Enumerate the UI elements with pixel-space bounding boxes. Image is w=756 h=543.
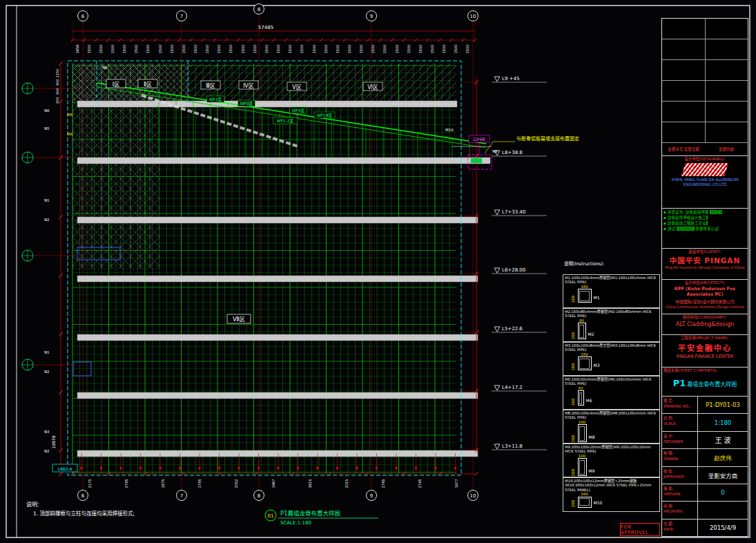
level-label: L8+38.8: [502, 150, 523, 155]
zone-label: Ⅲ区: [206, 83, 215, 89]
dim-top: 1500: [418, 44, 423, 53]
wp-label: WP1-2区: [277, 119, 294, 123]
dim-top: 1500: [110, 44, 115, 53]
grid-bubble-label: 7: [180, 493, 183, 499]
schedule-item-M3: M3:160x160x8mm厚方管(M3:160x160x8mm HICK ST…: [563, 342, 660, 376]
tube-section-icon: [578, 323, 586, 339]
dim-bottom: 2015: [345, 479, 349, 488]
sketch-dim-left: 160: [572, 363, 576, 371]
anchor-arrow: [139, 467, 142, 471]
schedule-item-label: M9:200x100x10mm厚钢管(M9:200x100x10mm HICK …: [565, 445, 658, 454]
info-rows: 图 号:DRAWING NO.: P1-DY01-03 比 例:SCALE: 1…: [662, 397, 748, 536]
client-brand: 中国平安 PINGAN: [663, 255, 746, 265]
cert-line: ▪建筑装饰甲级设计施工: [663, 215, 746, 220]
wp-label: WP4区: [292, 108, 305, 113]
schedule-item-M1: M1:160x160x4mm厚钢管(M1:160x160x4mm HICK ST…: [563, 274, 660, 308]
grid-bubble-label: 8: [258, 7, 260, 12]
level-symbol: [494, 385, 500, 390]
section-sketch: 16050M6: [572, 387, 658, 406]
drawing-scale: SCALE:1:180: [280, 520, 311, 526]
dim-left: 900: [55, 88, 59, 95]
dim-bottom: 1877: [454, 479, 458, 488]
cert-line: ▪通过 ISO9002 质量体系认证: [663, 226, 746, 231]
tube-section-icon: [578, 497, 592, 508]
scale-value: 1:180: [698, 414, 748, 430]
floor-slab: [77, 101, 457, 107]
cert-line: ▪建筑幕墙工程施工企业: [663, 220, 746, 226]
schedule-item-M6: M6:160x50x4mm厚钢管(M6:160x50x4mm HICK STEE…: [563, 376, 660, 410]
dim-top: 1500: [193, 44, 197, 53]
approval-stamp: FOR APPROVEL: [620, 523, 660, 536]
wp-label: WP2区: [209, 97, 222, 102]
drawing-title: P1幕墙龙骨布置大样图: [280, 510, 340, 517]
grid-bubble-label: 9: [370, 14, 373, 19]
certifications-section: ▪资质证书: 建筑幕墙甲级 16号9 ▪建筑装饰甲级设计施工 ▪建筑幕墙工程施工…: [662, 209, 748, 249]
anchor-arrow: [100, 467, 103, 471]
dim-bottom: 1675: [161, 479, 165, 488]
dim-top: 1500: [407, 44, 411, 53]
anchor-arrow: [297, 467, 300, 471]
schedule-item-label: M2:160x80x4mm厚钢管(M2:160x80x4mm HICK STEE…: [565, 309, 658, 318]
anchor-arrow: [179, 467, 182, 471]
section-sketch: 200100M8: [572, 421, 658, 443]
anchor-arrow: [395, 467, 398, 471]
consultant-label: 顾问单位(CONSULTANT):: [663, 315, 746, 320]
row-scale: 比 例:SCALE: 1:180: [662, 414, 748, 431]
drawn-value: 赵庆伟: [698, 449, 748, 466]
drawing-no-value: P1-DY01-03: [698, 397, 748, 413]
dim-bottom: 2745: [418, 479, 422, 488]
dim-bottom: 2745: [124, 479, 128, 488]
anchor-arrow: [159, 467, 162, 471]
version-value: 0: [698, 484, 748, 501]
sketch-dim-left: 200: [572, 435, 576, 443]
section-sketch: 160160M3: [572, 353, 658, 371]
member-tag: M8: [67, 132, 73, 136]
revision-row: [662, 39, 748, 60]
yuanda-logo: [681, 163, 728, 176]
member-tag: M2: [588, 332, 594, 336]
sheet-name-label: 图纸名称(SHEET CONTENTS):: [663, 368, 746, 373]
revision-header-right: 变更内容: [705, 146, 748, 152]
member-tag: N8: [44, 108, 50, 113]
sketch-dim-left: 200: [572, 469, 576, 477]
dim-top: 1500: [241, 44, 245, 53]
designer-value: 王 波: [698, 432, 748, 448]
grid-bubble-label: 6: [81, 493, 85, 499]
dim-left: 1150: [55, 69, 59, 78]
floor-slab: [77, 450, 478, 457]
tube-section-icon: [578, 390, 584, 406]
highlight-box: [73, 362, 91, 376]
anchor-arrow: [356, 467, 358, 471]
wp-label: WP3区: [240, 102, 253, 106]
project-name-cn: 平安金融中心: [663, 342, 746, 353]
sheet-name-rest: 幕墙龙骨布置大样图: [687, 381, 737, 388]
member-tag: N1: [44, 350, 50, 354]
schedule-item-label: M10:200x160x12mm厚钢管+25mm钢板 (M10:200x160x…: [565, 479, 658, 492]
floor-slab: [77, 276, 478, 282]
anchor-arrow: [415, 467, 418, 471]
anchor-arrow: [277, 467, 280, 471]
schedule-item-M8: M8:200x100x4mm厚钢管(M8:200x100x4mm HICK ST…: [563, 410, 660, 444]
floor-slab: [77, 217, 478, 223]
dim-bottom: 1967: [271, 479, 275, 488]
floor-slab: [77, 158, 490, 164]
anchor-arrow: [336, 467, 339, 471]
grid-bubble-label: 6: [81, 14, 85, 19]
dim-top: 1500: [217, 44, 221, 53]
dim-top: 1500: [300, 44, 304, 53]
dim-top: 1500: [382, 44, 387, 53]
dim-left-total: 10978: [51, 435, 56, 448]
level-symbol: [494, 210, 500, 215]
zone-label: Ⅵ区: [367, 84, 378, 90]
level-label: L6+28.00: [502, 267, 525, 273]
schedule-item-label: M8:200x100x4mm厚钢管(M8:200x100x4mm HICK ST…: [565, 411, 658, 420]
hatch-diag-zone: [190, 64, 456, 102]
dim-total: 57485: [258, 25, 273, 30]
sketch-dim-left: 160: [572, 296, 576, 303]
member-tag: M1: [594, 295, 600, 300]
dim-top: 1500: [122, 44, 126, 53]
grid-bubble-label: 10: [470, 493, 476, 499]
hatch-cross-zone: [72, 64, 190, 102]
project-name-en: PINGAN FINANCE CENTER: [663, 354, 746, 359]
zone-label: Ⅴ区: [292, 84, 301, 90]
